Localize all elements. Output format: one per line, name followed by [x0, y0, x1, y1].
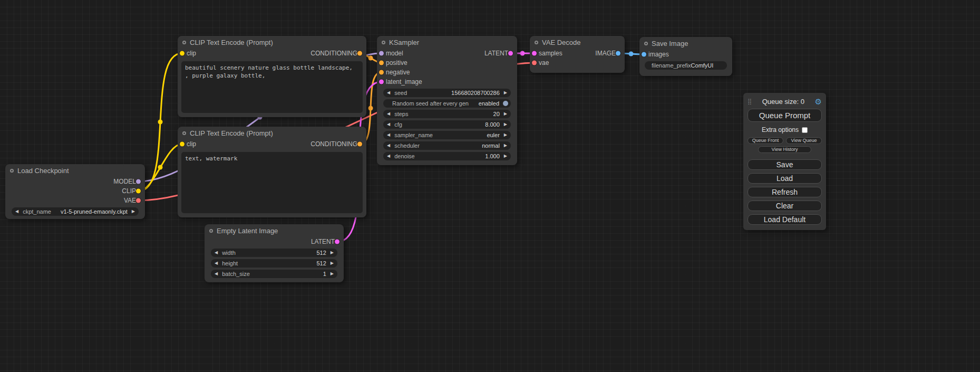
decrement-arrow-icon[interactable]: ◀: [215, 251, 218, 255]
drag-handle-icon[interactable]: ⣿: [748, 99, 752, 104]
node-ksampler[interactable]: KSampler model LATENT positive negative …: [377, 36, 517, 165]
input-socket-latent-image[interactable]: [379, 80, 384, 84]
widget-height[interactable]: ◀ height 512 ▶: [211, 259, 337, 268]
input-socket-vae[interactable]: [532, 61, 537, 65]
node-header[interactable]: VAE Decode: [530, 36, 625, 49]
node-header[interactable]: CLIP Text Encode (Prompt): [178, 36, 366, 49]
queue-size-label: Queue size: 0: [752, 98, 814, 106]
node-vae-decode[interactable]: VAE Decode samples IMAGE vae: [530, 36, 625, 73]
decrement-arrow-icon[interactable]: ◀: [215, 272, 218, 276]
collapse-toggle-icon[interactable]: [10, 169, 14, 173]
input-socket-images[interactable]: [642, 52, 646, 57]
decrement-arrow-icon[interactable]: ◀: [15, 209, 18, 214]
widget-filename-prefix[interactable]: filename_prefix ComfyUI: [645, 61, 727, 70]
widget-sampler-name[interactable]: ◀ sampler_name euler ▶: [383, 131, 511, 139]
collapse-toggle-icon[interactable]: [644, 42, 648, 45]
queue-prompt-button[interactable]: Queue Prompt: [748, 109, 822, 122]
wire-clip-positive: [139, 53, 182, 191]
output-socket-latent[interactable]: [508, 51, 513, 56]
collapse-toggle-icon[interactable]: [535, 41, 538, 44]
widget-scheduler[interactable]: ◀ scheduler normal ▶: [383, 141, 511, 150]
collapse-toggle-icon[interactable]: [182, 41, 186, 44]
widget-steps[interactable]: ◀ steps 20 ▶: [383, 110, 511, 118]
widget-random-seed-toggle[interactable]: Random seed after every gen enabled: [383, 99, 511, 108]
input-socket-model[interactable]: [379, 51, 384, 56]
input-socket-clip[interactable]: [180, 142, 185, 147]
settings-gear-icon[interactable]: ⚙: [815, 98, 822, 106]
node-clip-text-encode-positive[interactable]: CLIP Text Encode (Prompt) clip CONDITION…: [178, 36, 366, 117]
increment-arrow-icon[interactable]: ▶: [504, 154, 507, 158]
widget-denoise[interactable]: ◀ denoise 1.000 ▶: [383, 152, 511, 160]
load-default-button[interactable]: Load Default: [748, 214, 822, 225]
node-header[interactable]: Load Checkpoint: [5, 164, 145, 177]
positive-prompt-textarea[interactable]: beautiful scenery nature glass bottle la…: [181, 61, 363, 113]
node-header[interactable]: Save Image: [639, 37, 732, 50]
output-label-latent: LATENT: [484, 50, 508, 57]
output-socket-clip[interactable]: [136, 189, 141, 194]
output-label-image: IMAGE: [595, 50, 616, 57]
widget-value: v1-5-pruned-emaonly.ckpt: [61, 208, 128, 215]
graph-canvas[interactable]: Load Checkpoint MODEL CLIP VAE ◀ ckpt_na…: [0, 0, 980, 372]
negative-prompt-textarea[interactable]: text, watermark: [181, 152, 363, 213]
widget-value: 512: [316, 250, 326, 256]
increment-arrow-icon[interactable]: ▶: [132, 209, 135, 214]
save-button[interactable]: Save: [748, 159, 822, 170]
decrement-arrow-icon[interactable]: ◀: [387, 122, 390, 127]
output-socket-latent[interactable]: [335, 240, 339, 244]
decrement-arrow-icon[interactable]: ◀: [387, 154, 390, 158]
output-socket-conditioning[interactable]: [357, 51, 362, 56]
input-socket-samples[interactable]: [532, 51, 537, 56]
toggle-knob-icon[interactable]: [503, 101, 508, 106]
node-title: Load Checkpoint: [17, 167, 69, 175]
widget-cfg[interactable]: ◀ cfg 8.000 ▶: [383, 120, 511, 129]
input-label-clip: clip: [187, 140, 196, 148]
decrement-arrow-icon[interactable]: ◀: [387, 91, 390, 95]
decrement-arrow-icon[interactable]: ◀: [387, 112, 390, 116]
increment-arrow-icon[interactable]: ▶: [504, 91, 507, 95]
refresh-button[interactable]: Refresh: [748, 187, 822, 197]
input-socket-negative[interactable]: [379, 70, 384, 75]
decrement-arrow-icon[interactable]: ◀: [387, 133, 390, 137]
input-label-images: images: [648, 51, 669, 58]
view-history-button[interactable]: View History: [758, 146, 812, 153]
collapse-toggle-icon[interactable]: [209, 229, 213, 233]
increment-arrow-icon[interactable]: ▶: [504, 112, 507, 116]
output-socket-model[interactable]: [136, 179, 141, 184]
output-socket-image[interactable]: [616, 51, 620, 56]
node-header[interactable]: CLIP Text Encode (Prompt): [178, 127, 366, 139]
widget-value: euler: [487, 132, 499, 138]
increment-arrow-icon[interactable]: ▶: [504, 144, 507, 148]
output-socket-vae[interactable]: [136, 198, 141, 203]
increment-arrow-icon[interactable]: ▶: [331, 261, 334, 265]
collapse-toggle-icon[interactable]: [182, 131, 186, 135]
widget-ckpt-name[interactable]: ◀ ckpt_name v1-5-pruned-emaonly.ckpt ▶: [12, 207, 139, 216]
node-clip-text-encode-negative[interactable]: CLIP Text Encode (Prompt) clip CONDITION…: [178, 127, 366, 217]
increment-arrow-icon[interactable]: ▶: [331, 251, 334, 255]
node-empty-latent-image[interactable]: Empty Latent Image LATENT ◀ width 512 ▶ …: [205, 224, 344, 282]
node-header[interactable]: Empty Latent Image: [205, 224, 344, 237]
node-header[interactable]: KSampler: [377, 36, 517, 49]
collapse-toggle-icon[interactable]: [382, 41, 385, 44]
widget-width[interactable]: ◀ width 512 ▶: [211, 249, 337, 257]
output-label-vae: VAE: [124, 197, 136, 204]
clear-button[interactable]: Clear: [748, 201, 822, 211]
node-load-checkpoint[interactable]: Load Checkpoint MODEL CLIP VAE ◀ ckpt_na…: [5, 164, 145, 219]
widget-batch-size[interactable]: ◀ batch_size 1 ▶: [211, 270, 337, 278]
node-save-image[interactable]: Save Image images filename_prefix ComfyU…: [639, 37, 732, 76]
input-socket-clip[interactable]: [180, 51, 185, 56]
queue-front-button[interactable]: Queue Front: [748, 137, 783, 144]
view-queue-button[interactable]: View Queue: [786, 137, 822, 144]
widget-label: filename_prefix: [652, 62, 691, 69]
increment-arrow-icon[interactable]: ▶: [331, 272, 334, 276]
widget-label: steps: [394, 111, 408, 117]
input-socket-positive[interactable]: [379, 61, 384, 65]
extra-options-checkbox[interactable]: [802, 127, 808, 133]
output-socket-conditioning[interactable]: [357, 142, 362, 147]
widget-seed[interactable]: ◀ seed 156680208700286 ▶: [383, 89, 511, 97]
decrement-arrow-icon[interactable]: ◀: [215, 261, 218, 265]
extra-options-row: Extra options: [748, 126, 822, 133]
load-button[interactable]: Load: [748, 173, 822, 184]
increment-arrow-icon[interactable]: ▶: [504, 133, 507, 137]
increment-arrow-icon[interactable]: ▶: [504, 122, 507, 127]
decrement-arrow-icon[interactable]: ◀: [387, 144, 390, 148]
